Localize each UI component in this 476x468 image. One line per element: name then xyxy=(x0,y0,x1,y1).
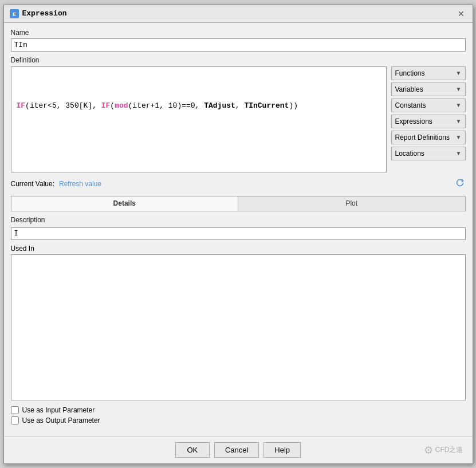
tabs-row: Details Plot xyxy=(11,196,466,211)
checkboxes-section: Use as Input Parameter Use as Output Par… xyxy=(11,406,466,424)
title-bar-left: E Expression xyxy=(10,9,67,18)
ok-button[interactable]: OK xyxy=(175,442,210,458)
refresh-button[interactable] xyxy=(454,177,466,191)
locations-arrow-icon: ▼ xyxy=(456,150,462,156)
name-section: Name xyxy=(11,29,466,52)
close-button[interactable]: ✕ xyxy=(455,9,467,19)
description-label: Description xyxy=(11,216,466,224)
dialog-icon: E xyxy=(10,9,19,18)
refresh-value-link[interactable]: Refresh value xyxy=(59,180,101,188)
current-value-label: Current Value: xyxy=(11,180,54,188)
dialog-body: Name Definition IF(iter<5, 350[K], IF(mo… xyxy=(4,23,473,430)
expression-dialog: E Expression ✕ Name Definition IF(iter<5… xyxy=(3,5,473,464)
locations-button[interactable]: Locations ▼ xyxy=(391,147,466,160)
expressions-button[interactable]: Expressions ▼ xyxy=(391,115,466,128)
functions-button[interactable]: Functions ▼ xyxy=(391,66,466,80)
variables-arrow-icon: ▼ xyxy=(456,86,462,92)
watermark-icon: ⚙ xyxy=(424,444,433,457)
tab-details[interactable]: Details xyxy=(11,196,238,211)
functions-arrow-icon: ▼ xyxy=(456,70,462,76)
description-input[interactable] xyxy=(11,227,466,240)
bottom-bar: OK Cancel Help ⚙ CFD之道 xyxy=(4,436,473,463)
input-param-checkbox[interactable] xyxy=(11,406,19,414)
help-button[interactable]: Help xyxy=(263,442,301,458)
cancel-button[interactable]: Cancel xyxy=(214,442,259,458)
expressions-arrow-icon: ▼ xyxy=(456,118,462,124)
watermark: ⚙ CFD之道 xyxy=(424,444,463,457)
current-value-row: Current Value: Refresh value xyxy=(11,177,466,191)
used-in-box xyxy=(11,254,466,400)
input-param-checkbox-label[interactable]: Use as Input Parameter xyxy=(11,406,466,414)
output-param-checkbox-label[interactable]: Use as Output Parameter xyxy=(11,416,466,424)
constants-button[interactable]: Constants ▼ xyxy=(391,99,466,112)
constants-arrow-icon: ▼ xyxy=(456,102,462,108)
definition-label: Definition xyxy=(11,56,466,64)
dialog-title: Expression xyxy=(22,9,67,18)
details-section: Description Used In xyxy=(11,216,466,400)
title-bar: E Expression ✕ xyxy=(4,5,473,23)
output-param-checkbox[interactable] xyxy=(11,416,19,424)
name-input[interactable] xyxy=(11,38,466,52)
used-in-label: Used In xyxy=(11,245,466,253)
definition-buttons: Functions ▼ Variables ▼ Constants ▼ Expr… xyxy=(391,66,466,172)
definition-editor[interactable]: IF(iter<5, 350[K], IF(mod(iter+1, 10)==0… xyxy=(11,66,387,172)
definition-section: Definition IF(iter<5, 350[K], IF(mod(ite… xyxy=(11,56,466,172)
name-label: Name xyxy=(11,29,466,37)
definition-row: IF(iter<5, 350[K], IF(mod(iter+1, 10)==0… xyxy=(11,66,466,172)
report-definitions-button[interactable]: Report Definitions ▼ xyxy=(391,131,466,144)
tab-plot[interactable]: Plot xyxy=(238,196,466,211)
report-def-arrow-icon: ▼ xyxy=(456,134,462,140)
svg-text:E: E xyxy=(12,11,15,17)
variables-button[interactable]: Variables ▼ xyxy=(391,82,466,96)
